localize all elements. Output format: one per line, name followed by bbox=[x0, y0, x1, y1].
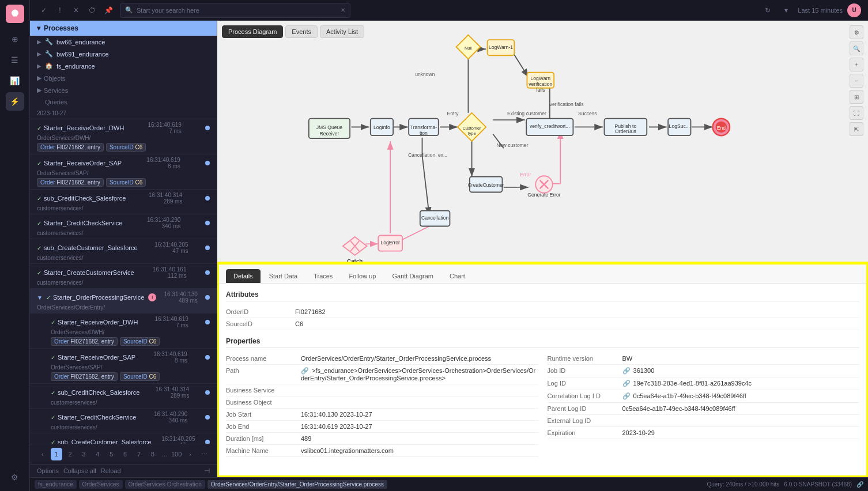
page-button-7[interactable]: 7 bbox=[133, 448, 145, 460]
panel-collapse-icon[interactable]: ⊣ bbox=[204, 467, 210, 475]
list-item[interactable]: ✓ Starter_ReceiveOrder_DWH 16:31:40.6197… bbox=[30, 314, 217, 349]
page-button-3[interactable]: 3 bbox=[78, 448, 90, 460]
page-button-2[interactable]: 2 bbox=[65, 448, 76, 460]
check-icon: ✓ bbox=[37, 160, 41, 167]
page-button-6[interactable]: 6 bbox=[119, 448, 131, 460]
prop-label: Path bbox=[226, 367, 301, 382]
topbar-refresh-icon[interactable]: ↻ bbox=[761, 3, 775, 17]
topbar-check-icon[interactable]: ✓ bbox=[37, 3, 51, 17]
filter-icon[interactable]: 🔍 bbox=[850, 41, 863, 55]
attr-row-sourceid: SourceID C6 bbox=[226, 318, 859, 330]
prop-label: Business Service bbox=[226, 387, 301, 394]
app-logo[interactable] bbox=[6, 5, 24, 23]
process-diagram-svg: JMS Queue Receiver LogInfo Transforma- t… bbox=[217, 21, 868, 262]
breadcrumb-active[interactable]: OrderServices/OrderEntry/Starter_OrderPr… bbox=[207, 480, 387, 489]
prop-label: External Log ID bbox=[548, 417, 622, 424]
section-services[interactable]: ▶ Services bbox=[30, 84, 217, 96]
tree-item-bw66[interactable]: ▶ 🔧 bw66_endurance bbox=[30, 36, 217, 48]
expand-icon[interactable]: ⇱ bbox=[850, 122, 863, 136]
breadcrumb-fs-endurance[interactable]: fs_endurance bbox=[35, 480, 77, 489]
item-path: OrderServices/DWH/ bbox=[51, 329, 210, 335]
zoom-out-icon[interactable]: − bbox=[850, 74, 863, 88]
chevron-right-icon: ▶ bbox=[37, 74, 41, 82]
sidebar-icon-analytics[interactable]: 📊 bbox=[6, 71, 24, 90]
page-button-1[interactable]: 1 bbox=[51, 448, 62, 460]
sidebar-icon-flow[interactable]: ⚡ bbox=[6, 92, 24, 111]
list-item[interactable]: ✓ sub_CreateCustomer_Salesforce 16:31:40… bbox=[30, 433, 217, 444]
item-name: Starter_ReceiveOrder_SAP bbox=[58, 354, 135, 361]
list-item[interactable]: ✓ sub_CreditCheck_Salesforce 16:31:40.31… bbox=[30, 190, 217, 214]
list-item[interactable]: ▼ ✓ Starter_OrderProcessingService ! 16:… bbox=[30, 289, 217, 314]
breadcrumb-orchestration[interactable]: OrderServices-Orchestration bbox=[125, 480, 205, 489]
prop-value-job-id: 🔗 361300 bbox=[622, 367, 655, 375]
item-name: Starter_ReceiveOrder_SAP bbox=[44, 160, 122, 167]
item-name: Starter_OrderProcessingService bbox=[53, 294, 144, 301]
diagram-area: Process Diagram Events Activity List ⚙ 🔍… bbox=[217, 21, 868, 263]
page-button-5[interactable]: 5 bbox=[105, 448, 117, 460]
sidebar-icon-add[interactable]: ⊕ bbox=[6, 30, 24, 48]
sidebar-icon-list[interactable]: ☰ bbox=[6, 51, 24, 69]
topbar: ✓ ! ✕ ⏱ 📌 🔍 ✕ ↻ ▾ Last 15 minutes U bbox=[30, 0, 868, 21]
page-button-100[interactable]: 100 bbox=[171, 448, 182, 460]
bw66-icon: 🔧 bbox=[45, 38, 53, 46]
tab-events[interactable]: Events bbox=[285, 25, 318, 38]
search-clear-icon[interactable]: ✕ bbox=[341, 7, 345, 13]
topbar-dropdown-icon[interactable]: ▾ bbox=[779, 3, 793, 17]
list-item[interactable]: ✓ Starter_ReceiveOrder_SAP 16:31:40.6198… bbox=[30, 154, 217, 190]
tab-details[interactable]: Details bbox=[226, 269, 261, 283]
tab-chart[interactable]: Chart bbox=[442, 269, 473, 283]
collapse-all-button[interactable]: Collapse all bbox=[63, 467, 96, 474]
check-icon: ✓ bbox=[46, 294, 51, 301]
tab-gantt-diagram[interactable]: Gantt Diagram bbox=[384, 269, 441, 283]
breadcrumb-orderservices[interactable]: OrderServices bbox=[79, 480, 123, 489]
section-objects[interactable]: ▶ Objects bbox=[30, 72, 217, 84]
info-dot bbox=[205, 196, 210, 201]
content-area: ▾ Processes ▶ 🔧 bw66_endurance ▶ 🔧 bw691… bbox=[30, 21, 868, 477]
list-item[interactable]: ✓ Starter_ReceiveOrder_SAP 16:31:40.6198… bbox=[30, 349, 217, 384]
fullscreen-icon[interactable]: ⛶ bbox=[850, 106, 863, 120]
tab-traces[interactable]: Traces bbox=[306, 269, 340, 283]
topbar-close-icon[interactable]: ✕ bbox=[69, 3, 83, 17]
prop-row-parent-log: Parent Log ID 0c5ea64e-a1b7-49ec-b348-f4… bbox=[548, 403, 860, 415]
diagram-tabs: Process Diagram Events Activity List bbox=[222, 25, 364, 38]
settings-icon[interactable]: ⚙ bbox=[850, 25, 863, 39]
page-button-4[interactable]: 4 bbox=[92, 448, 103, 460]
svg-text:LogSuc...: LogSuc... bbox=[669, 123, 690, 129]
prop-label: Parent Log ID bbox=[548, 405, 622, 412]
tab-follow-up[interactable]: Follow up bbox=[341, 269, 383, 283]
item-path: customerservices/ bbox=[51, 399, 210, 406]
list-item[interactable]: ✓ Starter_CreditCheckService 16:31:40.29… bbox=[30, 409, 217, 433]
topbar-timer-icon[interactable]: ⏱ bbox=[85, 3, 99, 17]
tab-process-diagram[interactable]: Process Diagram bbox=[222, 25, 283, 38]
fit-icon[interactable]: ⊞ bbox=[850, 90, 863, 104]
reload-button[interactable]: Reload bbox=[101, 467, 121, 474]
page-prev-button[interactable]: ‹ bbox=[37, 448, 48, 460]
tree-item-fs[interactable]: ▶ 🏠 fs_endurance bbox=[30, 60, 217, 72]
section-queries[interactable]: Queries bbox=[30, 96, 217, 108]
sidebar-icon-settings[interactable]: ⚙ bbox=[6, 468, 24, 486]
info-dot bbox=[205, 415, 210, 420]
search-input[interactable] bbox=[137, 7, 337, 14]
tag: SourceID C6 bbox=[106, 178, 146, 187]
tab-activity-list[interactable]: Activity List bbox=[320, 25, 364, 38]
processes-chevron-icon: ▾ bbox=[37, 24, 40, 32]
list-item[interactable]: ✓ sub_CreateCustomer_Salesforce 16:31:40… bbox=[30, 239, 217, 264]
list-item[interactable]: ✓ Starter_ReceiveOrder_DWH 16:31:40.6197… bbox=[30, 119, 217, 154]
tree-item-bw691[interactable]: ▶ 🔧 bw691_endurance bbox=[30, 48, 217, 60]
prop-value-parent-log: 0c5ea64e-a1b7-49ec-b348-f49c089f46ff bbox=[622, 405, 735, 412]
user-avatar[interactable]: U bbox=[847, 3, 861, 17]
list-item[interactable]: ✓ Starter_CreateCustomerService 16:31:40… bbox=[30, 264, 217, 289]
prop-row-corr-log-id: Correlation Log I D 🔗 0c5ea64e-a1b7-49ec… bbox=[548, 390, 860, 403]
tab-start-data[interactable]: Start Data bbox=[262, 269, 305, 283]
options-button[interactable]: Options bbox=[37, 467, 59, 474]
item-path: OrderServices/SAP/ bbox=[37, 170, 210, 176]
page-next-button[interactable]: › bbox=[184, 448, 196, 460]
list-item[interactable]: ✓ Starter_CreditCheckService 16:31:40.29… bbox=[30, 214, 217, 239]
page-menu-button[interactable]: ⋯ bbox=[198, 448, 210, 460]
page-button-8[interactable]: 8 bbox=[147, 448, 158, 460]
list-item[interactable]: ✓ sub_CreditCheck_Salesforce 16:31:40.31… bbox=[30, 384, 217, 409]
prop-row-path: Path 🔗 >fs_endurance>OrderServices>Order… bbox=[226, 365, 538, 384]
topbar-pin-icon[interactable]: 📌 bbox=[101, 3, 115, 17]
topbar-alert-icon[interactable]: ! bbox=[53, 3, 67, 17]
zoom-in-icon[interactable]: + bbox=[850, 58, 863, 71]
